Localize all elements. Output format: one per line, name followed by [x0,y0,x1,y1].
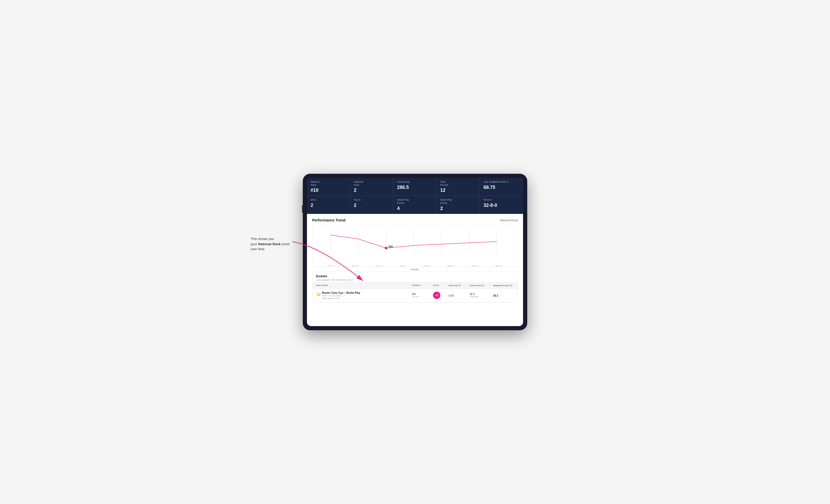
svg-point-8 [385,247,387,249]
col-position: Position [412,284,433,287]
chart-wrapper: #10 [317,230,513,264]
annotation-text: This shows you your National Rank trend … [251,236,292,252]
event-name: Buster Cozy Cup – Stroke Play [322,292,360,294]
event-name-col: 🔱 Buster Cozy Cup – Stroke Play Oct 9 - … [316,292,412,300]
main-content: Performance Trend National Rank [307,214,523,326]
events-table-header: Event Name Position Score Event SG ⓘ Tot… [312,282,518,289]
event-icon: 🔱 [316,292,321,296]
stats-header-row1: NationalRank #10 RegionalRank 2 Scoring … [307,178,523,196]
x-label-nov23: NOV 23 [343,265,367,267]
stat-national-rank: NationalRank #10 [307,178,350,196]
x-label-feb24: FEB 24 [415,265,439,267]
annotation-line2: your [251,242,258,246]
tablet-screen: NationalRank #10 RegionalRank 2 Scoring … [307,178,523,326]
event-details: Buster Cozy Cup – Stroke Play Oct 9 - Oc… [322,292,360,300]
table-row: 🔱 Buster Cozy Cup – Stroke Play Oct 9 - … [312,289,518,302]
x-label-mar24: MAR 24 [439,265,463,267]
col-total-points: Total Points ⓘ [470,284,493,287]
chart-months-label: Months [317,268,513,271]
col-event-sg: Event SG ⓘ [449,284,470,287]
events-title: Events [316,274,514,278]
col-score: Score [433,284,449,287]
x-label-jan24: JAN 24 [391,265,415,267]
event-rank-impact: Rank Impact: 3 ▼ [322,297,360,300]
stat-match-play-events: Match PlayEvents 2 [437,196,480,214]
stat-regional-rank: RegionalRank 2 [350,178,393,196]
svg-text:#10: #10 [388,245,393,248]
event-position: 6th out of 7 [412,293,433,298]
events-header: Events Last updated: 24th November 2023 [312,272,518,282]
event-total-points: 28.3 3 Rounds [470,293,493,298]
event-date: Oct 9 - Oct 10, 2023 [322,295,360,297]
event-score: -22 [433,292,449,299]
performance-trend-header: Performance Trend National Rank [312,218,518,222]
chart-x-labels: OCT 23 NOV 23 DEC 23 JAN 24 FEB 24 MAR 2… [317,265,513,267]
events-subtitle: Last updated: 24th November 2023 [316,279,514,281]
x-label-dec23: DEC 23 [367,265,391,267]
stat-record: Record 32-8-0 [480,196,523,214]
events-section: Events Last updated: 24th November 2023 … [312,271,518,303]
stat-wins: Wins 2 [307,196,350,214]
event-sg: 0.45 [449,293,470,298]
stat-top3s: Top 3s 2 [350,196,393,214]
tablet-side-button [302,205,303,213]
tablet-frame: NationalRank #10 RegionalRank 2 Scoring … [303,174,527,330]
stat-scoring-avg: Scoring Avg. 286.5 [393,178,437,196]
event-weighted-points: 28.3 [493,293,514,298]
performance-chart-svg: #10 [317,230,513,259]
stat-avg-weighted-points: Avg. Weighted Points ⓘ 68.75 [480,178,523,196]
annotation-line1: This shows you [251,237,274,241]
stats-header-row2: Wins 2 Top 3s 2 Stroke PlayEvents 4 Matc… [307,196,523,214]
annotation-bold: National Rank [258,242,281,246]
x-label-oct23: OCT 23 [319,265,343,267]
stat-stroke-play-events: Stroke PlayEvents 4 [393,196,437,214]
chart-container: #10 OCT 23 NOV 23 DEC 23 JAN 24 FEB 24 M… [312,225,518,267]
col-event-name: Event Name [316,284,412,287]
x-label-may24: MAY 24 [487,265,511,267]
col-weighted-points: Weighted Points ⓘ [493,284,514,287]
impact-arrow-icon: ▼ [337,297,339,300]
performance-trend-title: Performance Trend [312,218,346,222]
x-label-apr24: APR 24 [463,265,487,267]
annotation-block: This shows you your National Rank trend … [251,236,292,252]
stat-total-rounds: TotalRounds 12 [437,178,480,196]
performance-trend-ylabel: National Rank [500,219,518,222]
